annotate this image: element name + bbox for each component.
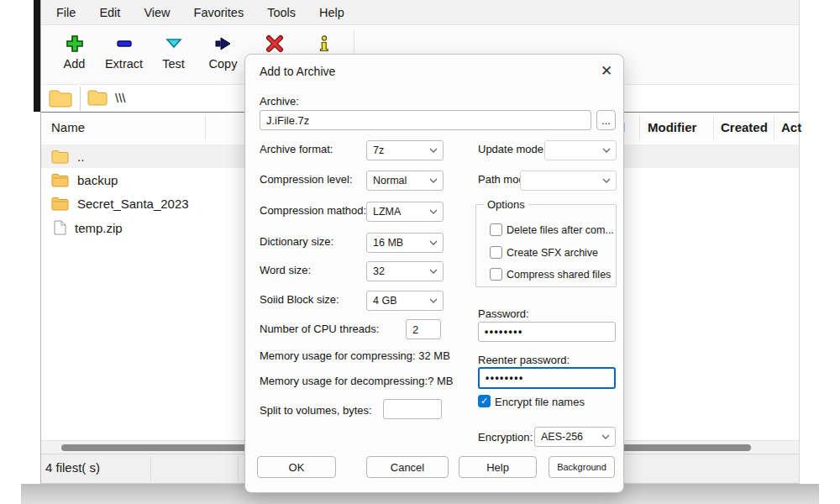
address-field[interactable]: \\\ <box>87 89 126 107</box>
column-header-name[interactable]: Name <box>51 120 85 134</box>
close-icon[interactable]: ✕ <box>601 62 612 80</box>
encrypt-file-names-checkbox[interactable]: ✓ <box>478 395 491 407</box>
browse-button[interactable]: ... <box>596 110 616 130</box>
select-value: 4 GB <box>373 295 397 307</box>
update-mode-label: Update mode: <box>478 143 547 155</box>
delete-button[interactable] <box>249 25 299 57</box>
encryption-label: Encryption: <box>478 431 533 444</box>
cpu-threads-input[interactable]: 2 <box>406 319 441 339</box>
compression-level-select[interactable]: Normal <box>366 171 444 191</box>
add-button[interactable]: Add <box>50 25 99 71</box>
toolbar-label: Add <box>64 57 86 71</box>
select-value: 32 <box>373 265 385 277</box>
folder-icon <box>51 150 69 164</box>
column-divider[interactable] <box>774 116 774 139</box>
file-name: temp.zip <box>75 221 123 235</box>
left-edge-bar <box>34 0 40 112</box>
chevron-down-icon <box>602 148 611 153</box>
copy-button[interactable]: Copy <box>198 25 248 71</box>
select-value: Normal <box>373 175 407 186</box>
column-header-accessed[interactable]: Act <box>781 120 801 134</box>
chevron-down-icon <box>429 209 438 214</box>
up-folder-button[interactable] <box>48 88 73 112</box>
info-icon <box>317 34 332 54</box>
delete-files-label: Delete files after com... <box>507 224 614 236</box>
column-divider[interactable] <box>713 116 714 139</box>
chevron-down-icon <box>429 148 438 153</box>
select-value: 7z <box>373 144 384 156</box>
word-size-select[interactable]: 32 <box>366 261 444 281</box>
column-header-created[interactable]: Created <box>721 120 768 134</box>
menu-file[interactable]: File <box>45 2 87 24</box>
delete-files-checkbox[interactable] <box>490 223 502 236</box>
dialog-title: Add to Archive <box>260 65 335 78</box>
column-header-modifier[interactable]: Modifier <box>648 120 696 134</box>
column-divider[interactable] <box>639 116 640 139</box>
file-name: .. <box>77 150 84 164</box>
extract-button[interactable]: Extract <box>99 25 149 71</box>
toolbar-label: Copy <box>209 57 238 71</box>
address-separator <box>80 87 81 111</box>
memory-compress-text: Memory usage for compressing: 32 MB <box>260 349 450 362</box>
menu-tools[interactable]: Tools <box>255 2 307 24</box>
options-group-title: Options <box>484 198 528 211</box>
menu-view[interactable]: View <box>132 2 181 24</box>
dictionary-size-select[interactable]: 16 MB <box>366 233 444 253</box>
reenter-password-label: Reenter password: <box>478 354 570 366</box>
background-button[interactable]: Background <box>549 456 615 478</box>
menu-edit[interactable]: Edit <box>87 2 132 24</box>
toolbar-label: Extract <box>105 57 143 71</box>
word-size-label: Word size: <box>260 264 311 276</box>
password-dots: •••••••• <box>485 327 523 337</box>
password-dots: •••••••• <box>486 373 524 383</box>
split-volumes-input[interactable] <box>383 399 442 419</box>
chevron-down-icon <box>429 298 438 303</box>
add-to-archive-dialog: Add to Archive ✕ Archive: J.iFile.7z ...… <box>244 54 624 493</box>
reenter-password-input[interactable]: •••••••• <box>478 367 616 389</box>
dictionary-size-label: Dictionary size: <box>260 235 333 248</box>
test-arrow-icon <box>164 34 184 54</box>
extract-minus-icon <box>114 34 134 54</box>
column-divider[interactable] <box>205 116 206 139</box>
folder-icon <box>51 173 69 187</box>
update-mode-select[interactable] <box>544 140 617 160</box>
password-label: Password: <box>478 307 529 320</box>
solid-block-size-label: Soiid Block size: <box>260 293 339 306</box>
copy-arrow-icon <box>213 34 234 54</box>
archive-name-input[interactable]: J.iFile.7z <box>260 110 591 130</box>
encryption-select[interactable]: AES-256 <box>534 427 616 447</box>
memory-decompress-text: Memory usage for decompressing:? MB <box>260 375 453 387</box>
help-button[interactable]: Help <box>459 456 537 478</box>
password-input[interactable]: •••••••• <box>478 322 616 342</box>
solid-block-size-select[interactable]: 4 GB <box>366 291 444 311</box>
cpu-threads-label: Number of CPU threads: <box>260 323 379 335</box>
chevron-down-icon <box>429 269 438 274</box>
delete-x-icon <box>265 34 285 54</box>
toolbar-label: Test <box>162 57 185 71</box>
menu-help[interactable]: Help <box>307 2 356 24</box>
archive-label: Archive: <box>260 95 299 108</box>
create-sfx-checkbox[interactable] <box>490 246 502 259</box>
archive-format-label: Archive format: <box>260 143 333 155</box>
test-button[interactable]: Test <box>149 25 198 71</box>
menu-favorites[interactable]: Favorites <box>182 2 256 24</box>
status-divider <box>150 456 151 481</box>
file-name: Secret_Santa_2023 <box>77 197 189 211</box>
compress-shared-checkbox[interactable] <box>490 268 502 281</box>
ok-button[interactable]: OK <box>257 456 336 478</box>
file-icon <box>54 220 66 235</box>
check-icon: ✓ <box>480 396 488 406</box>
compression-method-select[interactable]: LZMA <box>366 202 444 222</box>
compression-level-label: Compression level: <box>260 173 353 186</box>
compress-shared-label: Compress shared files <box>507 269 611 281</box>
select-value: 16 MB <box>373 237 403 249</box>
archive-format-select[interactable]: 7z <box>366 140 444 160</box>
select-value: LZMA <box>373 206 401 218</box>
path-mode-select[interactable] <box>520 171 617 191</box>
folder-icon <box>87 89 108 107</box>
encrypt-file-names-label: Encrypt file names <box>495 396 585 408</box>
cancel-button[interactable]: Cancel <box>366 456 449 478</box>
screen: File Edit View Favorites Tools Help Add … <box>0 0 840 504</box>
info-button[interactable] <box>299 25 349 57</box>
chevron-down-icon <box>602 178 611 183</box>
